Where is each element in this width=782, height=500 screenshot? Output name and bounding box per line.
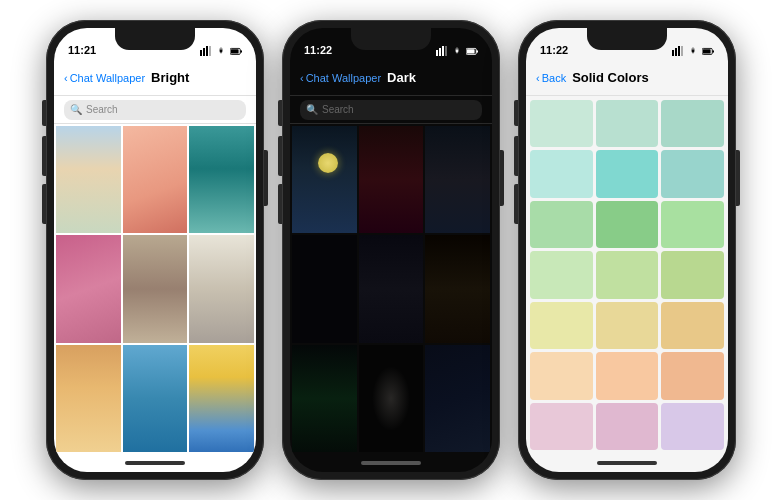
notch-dark: [351, 28, 431, 50]
solid-color-17[interactable]: [596, 352, 659, 399]
search-bar-dark[interactable]: 🔍 Search: [300, 100, 482, 120]
power-button-dark: [500, 150, 504, 206]
solid-color-12[interactable]: [661, 251, 724, 298]
mute-button: [42, 100, 46, 126]
solid-color-21[interactable]: [661, 403, 724, 450]
back-button-dark[interactable]: ‹ Chat Wallpaper: [300, 72, 381, 84]
search-row-dark: 🔍 Search: [290, 96, 492, 124]
svg-point-20: [692, 50, 694, 52]
solid-color-7[interactable]: [530, 201, 593, 248]
solid-color-6[interactable]: [661, 150, 724, 197]
solid-color-8[interactable]: [596, 201, 659, 248]
svg-point-12: [456, 50, 458, 52]
search-row-bright: 🔍 Search: [54, 96, 256, 124]
solid-color-14[interactable]: [596, 302, 659, 349]
svg-rect-0: [200, 50, 202, 56]
wallpaper-dark-1[interactable]: [292, 126, 357, 233]
mute-button-dark: [278, 100, 282, 126]
wallpaper-bright-5[interactable]: [123, 235, 188, 342]
svg-rect-7: [240, 50, 242, 53]
wallpaper-dark-4[interactable]: [292, 235, 357, 342]
chevron-left-icon-dark: ‹: [300, 72, 304, 84]
wallpaper-dark-9[interactable]: [425, 345, 490, 452]
notch-solid: [587, 28, 667, 50]
home-indicator-bright: [54, 454, 256, 472]
page-title-solid: Solid Colors: [572, 70, 649, 85]
nav-bar-bright: ‹ Chat Wallpaper Bright: [54, 60, 256, 96]
solid-color-2[interactable]: [596, 100, 659, 147]
wallpaper-dark-5[interactable]: [359, 235, 424, 342]
wallpaper-bright-3[interactable]: [189, 126, 254, 233]
wallpaper-bright-7[interactable]: [56, 345, 121, 452]
svg-rect-16: [672, 50, 674, 56]
svg-rect-6: [231, 49, 239, 53]
solid-color-16[interactable]: [530, 352, 593, 399]
nav-bar-dark: ‹ Chat Wallpaper Dark: [290, 60, 492, 96]
wallpaper-grid-dark: [290, 124, 492, 454]
home-indicator-solid: [526, 454, 728, 472]
svg-point-4: [220, 50, 222, 52]
screen-bright: 11:21 ‹ Chat Wallpaper Bright 🔍 Search: [54, 28, 256, 472]
svg-rect-11: [445, 46, 447, 56]
volume-up-button-solid: [514, 136, 518, 176]
volume-up-button: [42, 136, 46, 176]
solid-color-19[interactable]: [530, 403, 593, 450]
back-label-solid: Back: [542, 72, 566, 84]
back-button-solid[interactable]: ‹ Back: [536, 72, 566, 84]
svg-rect-19: [681, 46, 683, 56]
solid-color-11[interactable]: [596, 251, 659, 298]
time-bright: 11:21: [68, 44, 96, 56]
solid-color-9[interactable]: [661, 201, 724, 248]
solid-color-4[interactable]: [530, 150, 593, 197]
svg-rect-2: [206, 46, 208, 56]
status-icons-bright: [200, 46, 242, 56]
phone-dark: 11:22 ‹ Chat Wallpaper Dark 🔍 Search: [282, 20, 500, 480]
power-button-solid: [736, 150, 740, 206]
solid-color-13[interactable]: [530, 302, 593, 349]
svg-rect-8: [436, 50, 438, 56]
solid-colors-grid: [526, 96, 728, 454]
solid-color-18[interactable]: [661, 352, 724, 399]
search-bar-bright[interactable]: 🔍 Search: [64, 100, 246, 120]
phone-bright: 11:21 ‹ Chat Wallpaper Bright 🔍 Search: [46, 20, 264, 480]
home-bar-bright: [125, 461, 185, 465]
svg-rect-17: [675, 48, 677, 56]
wallpaper-bright-8[interactable]: [123, 345, 188, 452]
wallpaper-bright-4[interactable]: [56, 235, 121, 342]
page-title-dark: Dark: [387, 70, 416, 85]
wallpaper-bright-6[interactable]: [189, 235, 254, 342]
solid-color-3[interactable]: [661, 100, 724, 147]
search-icon-dark: 🔍: [306, 104, 318, 115]
search-placeholder-bright: Search: [86, 104, 118, 115]
wallpaper-dark-7[interactable]: [292, 345, 357, 452]
chevron-left-icon: ‹: [64, 72, 68, 84]
wallpaper-dark-6[interactable]: [425, 235, 490, 342]
wallpaper-dark-2[interactable]: [359, 126, 424, 233]
svg-rect-10: [442, 46, 444, 56]
screen-solid: 11:22 ‹ Back Solid Colors: [526, 28, 728, 472]
svg-rect-23: [712, 50, 714, 53]
solid-color-15[interactable]: [661, 302, 724, 349]
solid-color-20[interactable]: [596, 403, 659, 450]
wallpaper-bright-1[interactable]: [56, 126, 121, 233]
wallpaper-dark-8[interactable]: [359, 345, 424, 452]
svg-rect-18: [678, 46, 680, 56]
wallpaper-grid-bright: [54, 124, 256, 454]
back-button-bright[interactable]: ‹ Chat Wallpaper: [64, 72, 145, 84]
svg-rect-14: [467, 49, 475, 53]
search-icon-bright: 🔍: [70, 104, 82, 115]
wallpaper-bright-9[interactable]: [189, 345, 254, 452]
home-bar-solid: [597, 461, 657, 465]
svg-rect-1: [203, 48, 205, 56]
back-label-bright: Chat Wallpaper: [70, 72, 145, 84]
svg-rect-9: [439, 48, 441, 56]
wallpaper-dark-3[interactable]: [425, 126, 490, 233]
chevron-left-icon-solid: ‹: [536, 72, 540, 84]
solid-color-5[interactable]: [596, 150, 659, 197]
solid-color-1[interactable]: [530, 100, 593, 147]
svg-rect-15: [476, 50, 478, 53]
home-bar-dark: [361, 461, 421, 465]
solid-color-10[interactable]: [530, 251, 593, 298]
wallpaper-bright-2[interactable]: [123, 126, 188, 233]
time-solid: 11:22: [540, 44, 568, 56]
